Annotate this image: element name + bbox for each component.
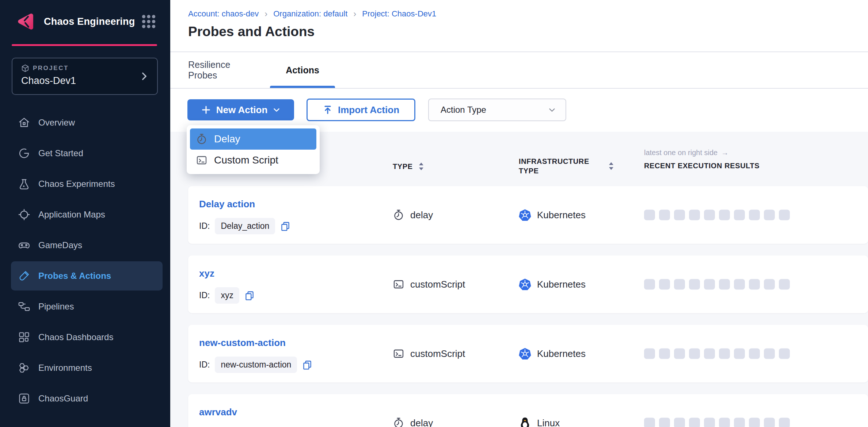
kubernetes-icon <box>519 278 531 291</box>
chevron-right-icon: › <box>353 9 356 19</box>
stopwatch-icon <box>196 133 208 145</box>
sidebar-item-pipelines[interactable]: Pipelines <box>0 291 170 322</box>
stopwatch-icon <box>393 209 404 221</box>
table-row[interactable]: Delay action ID: Delay_action <box>188 186 868 244</box>
result-placeholder <box>734 349 745 359</box>
results-note: latest one on right side → <box>644 149 728 157</box>
type-value: customScript <box>410 348 465 359</box>
tab-actions[interactable]: Actions <box>270 52 335 88</box>
result-placeholder <box>764 418 775 427</box>
result-placeholder <box>674 349 685 359</box>
sort-icon[interactable] <box>608 161 614 171</box>
copy-icon[interactable] <box>280 221 290 231</box>
action-id-value: new-custom-action <box>215 357 297 373</box>
type-cell: delay <box>393 209 433 221</box>
stopwatch-icon <box>393 417 404 427</box>
sidebar-item-label: ChaosGuard <box>38 393 88 404</box>
dashboard-icon <box>18 331 30 343</box>
menu-item-custom-script[interactable]: Custom Script <box>190 150 316 171</box>
target-icon <box>18 208 30 221</box>
app-grid-icon[interactable] <box>140 13 157 30</box>
sidebar-item-overview[interactable]: Overview <box>0 107 170 138</box>
menu-item-label: Delay <box>214 133 240 145</box>
sidebar-item-gamedays[interactable]: GameDays <box>0 230 170 261</box>
sidebar-item-chaosguard[interactable]: ChaosGuard <box>0 383 170 414</box>
action-name-link[interactable]: Delay action <box>199 199 290 210</box>
sidebar-item-label: Chaos Dashboards <box>38 332 113 342</box>
home-icon <box>18 116 30 129</box>
table-row[interactable]: awrvadv delay Linux <box>188 394 868 427</box>
action-name-link[interactable]: xyz <box>199 268 255 279</box>
sidebar-item-environments[interactable]: Environments <box>0 353 170 383</box>
sidebar-item-get-started[interactable]: Get Started <box>0 138 170 169</box>
sidebar-item-chaos-experiments[interactable]: Chaos Experiments <box>0 169 170 199</box>
name-cell: xyz ID: xyz <box>199 255 255 304</box>
infrastructure-cell: Linux <box>519 417 560 427</box>
result-placeholder <box>674 279 685 290</box>
cube-icon <box>21 64 29 72</box>
result-placeholder <box>749 279 760 290</box>
column-header-results-label: RECENT EXECUTION RESULTS <box>644 162 760 170</box>
menu-item-delay[interactable]: Delay <box>190 128 316 150</box>
result-placeholder <box>764 210 775 220</box>
result-placeholder <box>689 349 700 359</box>
page-title: Probes and Actions <box>188 24 315 39</box>
result-placeholder <box>689 418 700 427</box>
results-note-text: latest one on right side <box>644 149 717 157</box>
result-placeholder <box>704 418 715 427</box>
result-placeholder <box>749 210 760 220</box>
copy-icon[interactable] <box>302 360 312 370</box>
sidebar-item-label: Probes & Actions <box>38 271 111 281</box>
sidebar-item-chaos-dashboards[interactable]: Chaos Dashboards <box>0 322 170 353</box>
sidebar-item-label: Chaos Experiments <box>38 179 115 189</box>
breadcrumb-account[interactable]: Account: chaos-dev <box>188 9 259 19</box>
new-action-label: New Action <box>216 104 268 116</box>
chevron-down-icon <box>547 105 557 115</box>
result-placeholder <box>659 279 670 290</box>
type-cell: customScript <box>393 278 465 290</box>
result-placeholder <box>659 349 670 359</box>
sidebar-item-label: Overview <box>38 118 75 128</box>
result-placeholder <box>719 418 730 427</box>
table-row[interactable]: xyz ID: xyz customScript <box>188 255 868 313</box>
result-placeholder <box>659 210 670 220</box>
result-placeholder <box>644 418 655 427</box>
result-placeholder <box>704 279 715 290</box>
tab-bar: Resilience Probes Actions <box>188 52 335 88</box>
name-cell: new-custom-action ID: new-custom-action <box>199 325 312 373</box>
sidebar-item-application-maps[interactable]: Application Maps <box>0 199 170 230</box>
tabs-divider <box>170 88 868 89</box>
sort-icon[interactable] <box>418 162 425 171</box>
name-cell: awrvadv <box>199 394 237 418</box>
result-placeholder <box>749 349 760 359</box>
import-upload-icon <box>323 105 333 115</box>
name-cell: Delay action ID: Delay_action <box>199 186 290 234</box>
copy-icon[interactable] <box>244 291 255 301</box>
table-row[interactable]: new-custom-action ID: new-custom-action <box>188 325 868 382</box>
result-placeholder <box>779 279 790 290</box>
tab-resilience-probes[interactable]: Resilience Probes <box>188 52 247 88</box>
infrastructure-value: Linux <box>537 418 560 427</box>
new-action-button[interactable]: New Action <box>187 99 294 120</box>
new-action-dropdown-menu: Delay Custom Script <box>187 125 320 174</box>
result-placeholder <box>734 418 745 427</box>
project-selector[interactable]: PROJECT Chaos-Dev1 <box>12 58 158 95</box>
import-action-button[interactable]: Import Action <box>307 99 415 121</box>
action-type-filter-value: Action Type <box>441 105 547 115</box>
column-header-infrastructure: INFRASTRUCTURE TYPE <box>519 157 650 176</box>
action-type-filter[interactable]: Action Type <box>428 99 566 121</box>
action-name-link[interactable]: awrvadv <box>199 407 237 418</box>
breadcrumb-project[interactable]: Project: Chaos-Dev1 <box>362 9 436 19</box>
result-placeholder <box>734 279 745 290</box>
breadcrumb-organization[interactable]: Organization: default <box>273 9 347 19</box>
result-placeholder <box>674 418 685 427</box>
result-placeholder <box>764 349 775 359</box>
result-placeholder <box>704 210 715 220</box>
action-id-value: Delay_action <box>215 218 275 234</box>
infrastructure-cell: Kubernetes <box>519 209 586 221</box>
hexagons-icon <box>18 362 30 374</box>
action-name-link[interactable]: new-custom-action <box>199 337 312 349</box>
sidebar-item-probes-actions[interactable]: Probes & Actions <box>11 261 163 291</box>
linux-icon <box>519 417 531 427</box>
gamepad-icon <box>18 239 30 251</box>
